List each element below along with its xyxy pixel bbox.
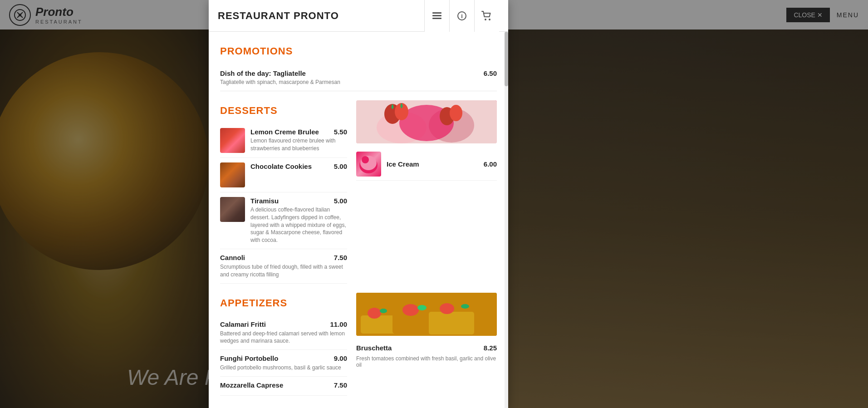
svg-rect-4 [432, 12, 441, 14]
svg-rect-6 [432, 18, 441, 19]
modal-header: RESTAURANT PRONTO i [209, 0, 508, 32]
modal-title: RESTAURANT PRONTO [218, 10, 339, 22]
item-thumb-cookies [220, 162, 245, 187]
item-content-cookies: Chocolate Cookies 5.00 [250, 162, 347, 172]
item-thumb-tiramisu [220, 197, 245, 222]
dessert-side-image [356, 100, 497, 143]
item-name-row-calamari: Calamari Fritti 11.00 [220, 320, 347, 328]
item-name-row-tiramisu: Tiramisu 5.00 [250, 197, 347, 205]
item-price-calamari: 11.00 [330, 320, 347, 328]
bruschetta-item: Bruschetta 8.25 [356, 340, 497, 355]
ice-cream-content: Ice Cream 6.00 [387, 160, 497, 168]
info-icon-button[interactable]: i [449, 0, 474, 32]
item-name-row: Lemon Creme Brulee 5.50 [250, 128, 347, 136]
item-name-funghi: Funghi Portobello [220, 354, 278, 362]
svg-point-10 [489, 19, 490, 20]
scrollbar-thumb[interactable] [505, 32, 508, 86]
item-thumb-lemon-creme [220, 128, 245, 153]
item-name-cookies: Chocolate Cookies [250, 162, 312, 170]
svg-point-9 [485, 19, 486, 20]
menu-item-chocolate-cookies: Chocolate Cookies 5.00 [220, 158, 347, 192]
menu-item-cannoli: Cannoli 7.50 Scrumptious tube of fried d… [220, 249, 347, 284]
promo-name: Dish of the day: Tagliatelle [220, 69, 306, 77]
svg-point-26 [368, 308, 381, 319]
menu-item-funghi: Funghi Portobello 9.00 Grilled portobell… [220, 350, 347, 377]
svg-point-18 [450, 105, 462, 121]
ice-cream-item: Ice Cream 6.00 [356, 148, 497, 181]
item-desc-cannoli: Scrumptious tube of fried dough, filled … [220, 263, 347, 279]
item-price: 5.50 [334, 128, 347, 136]
svg-point-28 [440, 303, 454, 314]
scrollbar-track[interactable] [505, 32, 508, 408]
promotions-heading: PROMOTIONS [220, 45, 497, 57]
item-content-tiramisu: Tiramisu 5.00 A delicious coffee-flavore… [250, 197, 347, 244]
item-desc-funghi: Grilled portobello mushrooms, basil & ga… [220, 364, 347, 372]
item-price-tiramisu: 5.00 [334, 197, 347, 205]
menu-icon-button[interactable] [424, 0, 449, 32]
promo-desc: Tagliatelle with spinach, mascarpone & P… [220, 79, 497, 85]
item-name-tiramisu: Tiramisu [250, 197, 279, 205]
item-name-mozzarella: Mozzarella Caprese [220, 381, 283, 389]
item-name-row-mozzarella: Mozzarella Caprese 7.50 [220, 381, 347, 389]
item-desc: Lemon flavoured crème brulee with strawb… [250, 137, 347, 152]
bruschetta-name: Bruschetta [356, 344, 392, 352]
bruschetta-price: 8.25 [484, 344, 497, 352]
menu-item-lemon-creme-brulee: Lemon Creme Brulee 5.50 Lemon flavoured … [220, 123, 347, 158]
promo-item-tagliatelle: Dish of the day: Tagliatelle 6.50 Taglia… [220, 64, 497, 91]
svg-text:i: i [461, 13, 463, 20]
menu-item-tiramisu: Tiramisu 5.00 A delicious coffee-flavore… [220, 192, 347, 249]
item-price-mozzarella: 7.50 [334, 381, 347, 389]
promo-name-row: Dish of the day: Tagliatelle 6.50 [220, 69, 497, 77]
bruschetta-desc: Fresh tomatoes combined with fresh basil… [356, 355, 497, 368]
item-price-cannoli: 7.50 [334, 254, 347, 261]
ice-cream-thumb [356, 152, 381, 177]
item-price-funghi: 9.00 [334, 354, 347, 362]
ice-cream-name: Ice Cream [387, 160, 419, 168]
item-price-cookies: 5.00 [334, 162, 347, 170]
svg-point-29 [380, 309, 387, 313]
bruschetta-side-image [356, 293, 497, 336]
menu-item-mozzarella: Mozzarella Caprese 7.50 [220, 377, 347, 396]
svg-rect-25 [429, 312, 474, 334]
svg-point-30 [417, 305, 427, 310]
desserts-heading: DESSERTS [220, 105, 347, 117]
item-name-row-funghi: Funghi Portobello 9.00 [220, 354, 347, 362]
promo-price: 6.50 [484, 69, 497, 77]
item-name-calamari: Calamari Fritti [220, 320, 266, 328]
modal-body: PROMOTIONS Dish of the day: Tagliatelle … [209, 32, 508, 408]
item-desc-tiramisu: A delicious coffee-flavored Italian dess… [250, 206, 347, 244]
restaurant-modal: RESTAURANT PRONTO i [209, 0, 508, 408]
svg-rect-5 [432, 15, 441, 16]
appetizers-heading: APPETIZERS [220, 297, 347, 309]
modal-icon-group: i [424, 0, 499, 32]
item-name-row-cannoli: Cannoli 7.50 [220, 254, 347, 261]
item-name-row-cookies: Chocolate Cookies 5.00 [250, 162, 347, 170]
item-name: Lemon Creme Brulee [250, 128, 319, 136]
menu-item-calamari: Calamari Fritti 11.00 Battered and deep-… [220, 316, 347, 350]
cart-icon-button[interactable] [474, 0, 499, 32]
svg-point-27 [402, 304, 419, 316]
item-desc-calamari: Battered and deep-fried calamari served … [220, 330, 347, 345]
item-name-cannoli: Cannoli [220, 254, 245, 261]
svg-point-21 [362, 156, 369, 163]
item-content-lemon-creme: Lemon Creme Brulee 5.50 Lemon flavoured … [250, 128, 347, 152]
ice-cream-price: 6.00 [484, 160, 497, 168]
svg-point-31 [461, 304, 469, 309]
